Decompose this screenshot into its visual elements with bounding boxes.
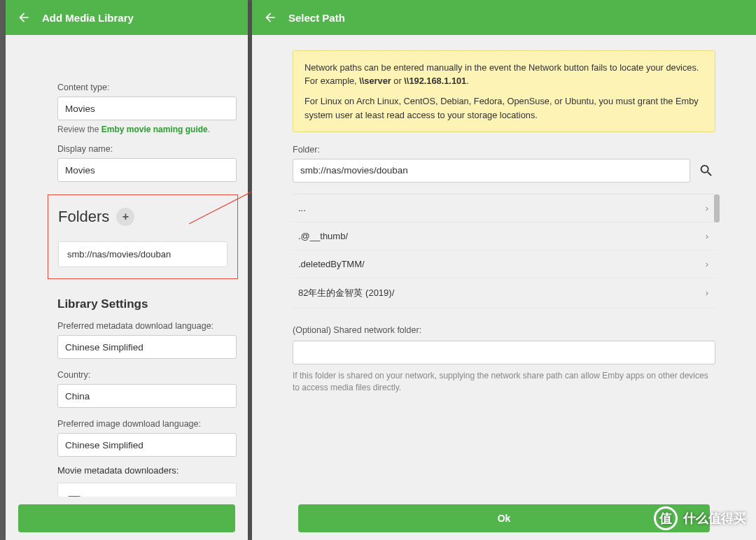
pref-meta-lang-label: Preferred metadata download language: — [57, 321, 237, 331]
list-item[interactable]: ...› — [293, 194, 715, 222]
content-type-select[interactable]: Movies — [57, 97, 237, 120]
downloader-item[interactable]: TheMovieDb — [62, 490, 232, 497]
content-type-field: Content type: Movies Review the Emby mov… — [6, 83, 248, 134]
chevron-right-icon: › — [706, 259, 708, 269]
optional-share-note: If this folder is shared on your network… — [293, 370, 715, 395]
pref-meta-lang-select[interactable]: Chinese Simplified — [57, 335, 237, 359]
folders-heading: Folders — [58, 208, 109, 226]
watermark-badge-icon: 值 — [654, 506, 678, 530]
optional-share-label: (Optional) Shared network folder: — [293, 325, 715, 335]
ok-button[interactable]: Ok — [298, 504, 710, 532]
folders-section: Folders + smb://nas/movies/douban — [48, 194, 238, 279]
watermark: 值 什么值得买 — [654, 506, 746, 530]
panel-title: Add Media Library — [42, 12, 134, 24]
folder-label: Folder: — [293, 145, 715, 155]
footer — [6, 497, 248, 540]
panel-header: Select Path — [252, 0, 756, 35]
library-settings-heading: Library Settings — [57, 297, 237, 311]
pref-img-lang-label: Preferred image download language: — [57, 419, 237, 429]
folder-field: Folder: smb://nas/movies/douban — [293, 145, 715, 183]
ok-button[interactable] — [18, 504, 235, 532]
content-type-label: Content type: — [57, 83, 237, 92]
library-settings-section: Library Settings Preferred metadata down… — [6, 289, 248, 497]
folder-path-input[interactable]: smb://nas/movies/douban — [293, 159, 690, 183]
list-item[interactable]: .deletedByTMM/› — [293, 250, 715, 278]
network-path-hint: Network paths can be entered manually in… — [293, 50, 715, 132]
display-name-label: Display name: — [57, 144, 237, 154]
window-chrome — [0, 0, 6, 540]
display-name-field: Display name: Movies — [6, 144, 248, 182]
pref-img-lang-select[interactable]: Chinese Simplified — [57, 433, 237, 457]
panel-header: Add Media Library — [6, 0, 248, 35]
add-media-library-panel: Add Media Library Content type: Movies R… — [6, 0, 248, 540]
search-icon[interactable] — [697, 162, 715, 180]
scrollbar[interactable] — [714, 194, 720, 222]
folder-browser-list: ...› .@__thumb/› .deletedByTMM/› 82年生的金智… — [293, 194, 715, 308]
country-label: Country: — [57, 370, 237, 380]
chevron-right-icon: › — [706, 231, 708, 241]
select-path-panel: Select Path Network paths can be entered… — [252, 0, 756, 540]
panel-title: Select Path — [288, 12, 345, 24]
downloaders-heading: Movie metadata downloaders: — [57, 465, 237, 476]
list-item[interactable]: .@__thumb/› — [293, 222, 715, 250]
add-folder-button[interactable]: + — [116, 208, 134, 226]
downloaders-list: TheMovieDb The Open Movie Database — [57, 483, 237, 497]
naming-guide-hint: Review the Emby movie naming guide. — [57, 125, 237, 134]
chevron-right-icon: › — [706, 203, 708, 213]
folder-path-row[interactable]: smb://nas/movies/douban — [58, 241, 227, 267]
optional-share-field: (Optional) Shared network folder: If thi… — [293, 325, 715, 395]
back-arrow-icon[interactable] — [262, 9, 279, 26]
naming-guide-link[interactable]: Emby movie naming guide — [102, 125, 208, 134]
optional-share-input[interactable] — [293, 341, 715, 364]
back-arrow-icon[interactable] — [15, 9, 32, 26]
country-select[interactable]: China — [57, 384, 237, 408]
watermark-text: 什么值得买 — [683, 510, 746, 527]
list-item[interactable]: 82年生的金智英 (2019)/› — [293, 278, 715, 308]
display-name-input[interactable]: Movies — [57, 158, 237, 182]
chevron-right-icon: › — [706, 287, 708, 298]
